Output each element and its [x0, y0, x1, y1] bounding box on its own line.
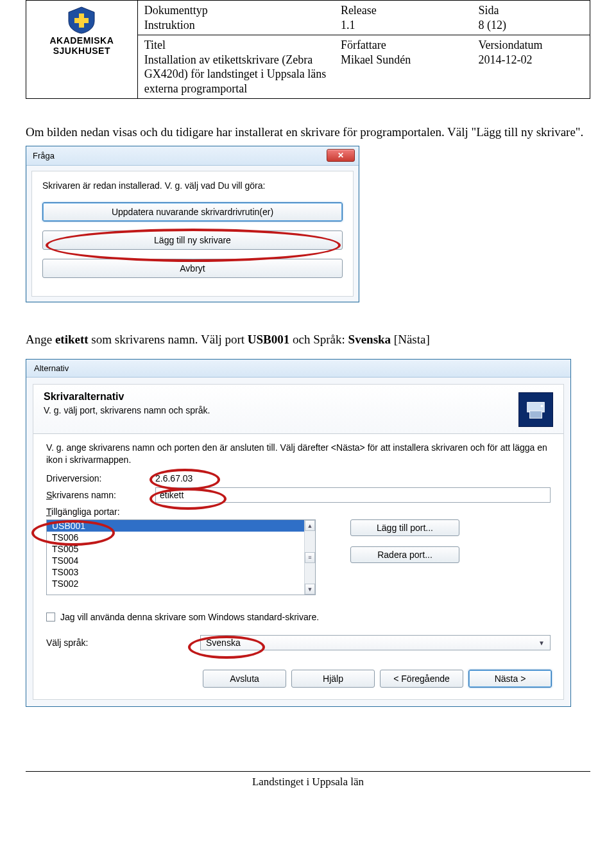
svg-rect-1	[74, 18, 89, 23]
svg-rect-3	[530, 411, 542, 418]
help-button[interactable]: Hjälp	[291, 670, 375, 688]
paragraph-2: Ange etikett som skrivarens namn. Välj p…	[26, 332, 590, 348]
cancel-button[interactable]: Avbryt	[42, 259, 343, 278]
release-label: Release	[341, 3, 466, 18]
hospital-shield-icon	[65, 6, 98, 34]
options-heading: Skrivaralternativ	[44, 391, 210, 403]
titel-value: Installation av etikettskrivare (Zebra G…	[144, 53, 328, 96]
language-combobox[interactable]: Svenska ▼	[200, 635, 551, 650]
add-printer-button[interactable]: Lägg till ny skrivare	[42, 230, 343, 250]
document-header: AKADEMISKA SJUKHUSET Dokumenttyp Instruk…	[26, 0, 590, 99]
port-item-selected[interactable]: USB001	[47, 520, 315, 532]
svg-point-4	[541, 405, 543, 408]
scroll-up-icon[interactable]: ▲	[305, 520, 315, 531]
sida-cell: Sida 8 (12)	[472, 1, 590, 35]
versiondatum-cell: Versiondatum 2014-12-02	[472, 35, 590, 99]
brand-line2: SJUKHUSET	[33, 46, 131, 56]
dialog-fraga-titlebar[interactable]: Fråga ✕	[26, 146, 359, 166]
dialog-alternativ-title: Alternativ	[34, 363, 69, 373]
prev-button[interactable]: < Föregående	[380, 670, 463, 688]
release-cell: Release 1.1	[334, 1, 472, 35]
dialog-fraga: Fråga ✕ Skrivaren är redan installerad. …	[26, 146, 359, 302]
port-item[interactable]: TS004	[47, 555, 315, 566]
forfattare-cell: Författare Mikael Sundén	[334, 35, 472, 99]
brand-line1: AKADEMISKA	[33, 35, 131, 46]
footer-text: Landstinget i Uppsala län	[0, 776, 616, 801]
scroll-mid-icon[interactable]: ≡	[305, 552, 315, 563]
versiondatum-value: 2014-12-02	[479, 53, 584, 67]
delete-port-button[interactable]: Radera port...	[350, 546, 459, 563]
printer-name-input[interactable]	[155, 487, 551, 503]
forfattare-value: Mikael Sundén	[341, 53, 466, 67]
exit-button[interactable]: Avsluta	[203, 670, 286, 688]
logo-cell: AKADEMISKA SJUKHUSET	[26, 1, 138, 99]
paragraph-1: Om bilden nedan visas och du tidigare ha…	[26, 125, 590, 141]
available-ports-label: Tillgängliga portar:	[46, 507, 155, 517]
close-button[interactable]: ✕	[327, 149, 355, 162]
port-item[interactable]: TS002	[47, 578, 315, 589]
footer-rule	[26, 771, 590, 772]
options-subheading: V. g. välj port, skrivarens namn och spr…	[44, 405, 210, 415]
sida-value: 8 (12)	[479, 18, 584, 33]
dokumenttyp-cell: Dokumenttyp Instruktion	[137, 1, 334, 35]
port-item[interactable]: TS003	[47, 566, 315, 578]
add-port-button[interactable]: LLägg till port...ägg till port...	[350, 519, 459, 536]
dokumenttyp-value: Instruktion	[144, 18, 328, 33]
dokumenttyp-label: Dokumenttyp	[144, 3, 328, 18]
release-value: 1.1	[341, 18, 466, 33]
dialog-alternativ: Alternativ Skrivaralternativ V. g. välj …	[26, 359, 571, 707]
next-button[interactable]: Nästa >	[468, 670, 552, 688]
ports-listbox[interactable]: USB001 TS006 TS005 TS004 TS003 TS002 ▲ ≡…	[46, 519, 316, 595]
forfattare-label: Författare	[341, 38, 466, 53]
sida-label: Sida	[479, 3, 584, 18]
language-label: Välj språk:	[46, 638, 200, 648]
chevron-down-icon: ▼	[538, 639, 545, 647]
options-helptext: V. g. ange skrivarens namn och porten de…	[33, 434, 563, 471]
versiondatum-label: Versiondatum	[479, 38, 584, 53]
titel-label: Titel	[144, 38, 328, 53]
driver-version-label: Driverversion:	[46, 473, 155, 483]
default-printer-label: Jag vill använda denna skrivare som Wind…	[60, 612, 319, 622]
dialog-alternativ-titlebar[interactable]: Alternativ	[26, 360, 570, 378]
dialog-fraga-title: Fråga	[33, 151, 55, 161]
language-value: Svenska	[206, 638, 241, 648]
close-icon: ✕	[338, 151, 344, 160]
update-driver-button[interactable]: Uppdatera nuvarande skrivardrivrutin(er)	[42, 202, 343, 222]
dialog-fraga-message: Skrivaren är redan installerad. V. g. vä…	[42, 180, 343, 191]
scroll-down-icon[interactable]: ▼	[305, 584, 315, 595]
driver-version-value: 2.6.67.03	[155, 473, 193, 483]
port-item[interactable]: TS006	[47, 532, 315, 543]
titel-cell: Titel Installation av etikettskrivare (Z…	[137, 35, 334, 99]
printer-icon	[518, 392, 553, 427]
printer-name-label: Skrivarens namn:	[46, 490, 155, 500]
default-printer-checkbox[interactable]	[46, 613, 55, 622]
ports-scrollbar[interactable]: ▲ ≡ ▼	[304, 520, 315, 595]
port-item[interactable]: TS005	[47, 543, 315, 555]
